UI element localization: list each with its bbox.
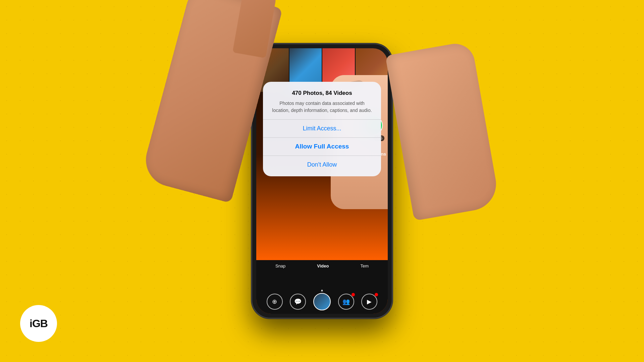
hand-right [385,41,500,221]
igb-logo: iGB [20,305,57,342]
permission-sheet: 470 Photos, 84 Videos Photos may contain… [263,82,381,176]
capture-avatar [313,293,331,310]
snapchat-background: 10:5 ns 470 Photos, 84 Videos Photos may… [256,48,388,314]
main-scene: 10:5 ns 470 Photos, 84 Videos Photos may… [205,13,439,349]
nav-friends[interactable]: 👥 [338,294,354,310]
tab-video[interactable]: Video [317,263,329,268]
partial-tab-text: ns [381,152,386,157]
chat-icon: 💬 [294,298,302,305]
phone-screen: 10:5 ns 470 Photos, 84 Videos Photos may… [256,48,388,314]
nav-map[interactable]: ⊕ [267,294,283,310]
friends-notification-badge [351,293,355,297]
tab-snap[interactable]: Snap [275,263,285,268]
stories-badge-container: ▶ [361,294,377,310]
snapchat-nav-icons: ⊕ 💬 [256,293,388,310]
snapchat-tab-bar: Snap Video Tem [256,263,388,268]
friends-badge-container: 👥 [338,294,354,310]
nav-chat[interactable]: 💬 [290,294,306,310]
chat-icon-circle: 💬 [290,294,306,310]
allow-full-access-button[interactable]: Allow Full Access [268,137,376,156]
stories-icon: ▶ [367,298,372,305]
dont-allow-button[interactable]: Don't Allow [268,156,376,174]
limit-access-button[interactable]: Limit Access... [268,120,376,137]
permission-description: Photos may contain data associated with … [268,100,376,114]
snapchat-bottom-bar: Snap Video Tem ⊕ [256,260,388,314]
map-icon-circle: ⊕ [267,294,283,310]
friends-icon: 👥 [342,298,350,305]
permission-stats-text: 470 Photos, 84 Videos [268,90,376,97]
nav-stories[interactable]: ▶ [361,294,377,310]
phone-device: 10:5 ns 470 Photos, 84 Videos Photos may… [252,44,392,318]
stories-notification-badge [374,293,378,297]
map-icon: ⊕ [272,298,277,305]
nav-capture[interactable] [313,293,331,310]
igb-logo-text: iGB [30,317,48,330]
tab-templates[interactable]: Tem [360,263,369,268]
